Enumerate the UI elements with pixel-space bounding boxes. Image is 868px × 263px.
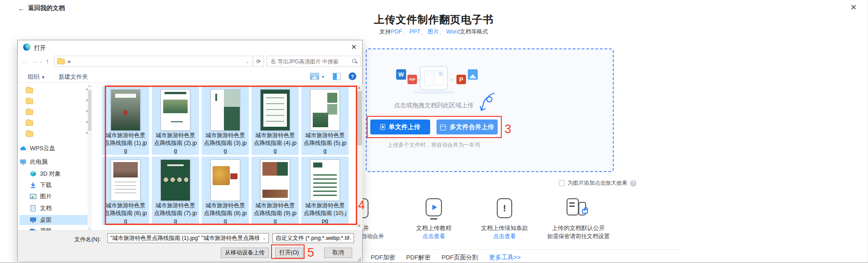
annotation-box-step5 [271,244,305,259]
sidebar-item-this-pc[interactable]: 此电脑 [19,157,92,167]
preview-pane-icon[interactable] [333,73,341,80]
folder-icon [26,131,33,137]
info-icon[interactable]: ? [630,180,636,186]
sidebar-scrollbar[interactable]: ⌃ ⌄ [87,85,92,230]
page-close-icon[interactable]: ✕ [850,3,857,12]
zoom-checkbox[interactable] [559,180,565,186]
sidebar-label: WPS云盘 [30,144,55,153]
play-icon [432,205,437,210]
subtitle-prefix: 支持 [379,29,391,35]
terms-exclamation-icon: ! [497,198,512,218]
nav-back-icon[interactable]: ← [21,57,28,65]
dialog-search-input[interactable] [267,56,360,67]
organize-chevron-icon: ▼ [41,75,45,80]
folder-icon [26,88,33,93]
thumbnail-view-icon[interactable] [310,73,319,80]
cube-icon [29,170,37,177]
nav-history-chevron-icon[interactable]: ⌄ [39,59,43,63]
folder-icon [26,120,33,126]
pdf-file-icon: PDF [407,75,417,84]
breadcrumb-chevron-icon[interactable]: ⌄ [246,59,249,64]
zoom-checkbox-label: 为图片添加点击放大效果 [567,179,627,187]
sidebar-item-3d-objects[interactable]: 3D 对象 [19,169,92,179]
mobile-upload-button[interactable]: 从移动设备上传 [221,248,269,258]
scroll-down-icon[interactable]: ⌄ [88,226,91,230]
subtitle-formats: PDF、 PPT、 图片、 Word [391,29,460,35]
address-breadcrumb[interactable]: « ⌄ [54,56,252,67]
multi-file-merge-upload-button[interactable]: 多文件合并上传 [436,120,498,134]
privacy-doc-icon [567,198,579,215]
privacy-line1: 上传的文档默认公开 [524,224,633,232]
hand-drawn-cursor-doodle [476,92,498,116]
scroll-down-icon[interactable]: ∨ [358,223,361,228]
annotation-number-3: 3 [504,122,511,136]
sidebar-folder[interactable] [19,129,92,139]
scroll-up-icon[interactable]: ∧ [358,86,361,90]
annotation-number-4: 4 [358,198,365,212]
merge-hint-text: 上传多个文件时，将自动合并为一本书 [366,141,502,149]
tool-pdf-split[interactable]: PDF页面分割 [441,253,478,262]
zoom-option-row: 为图片添加点击放大效果 ? [559,179,636,187]
sidebar-item-documents[interactable]: 文档 [19,203,92,213]
ppt-file-icon: P [456,75,466,84]
sidebar-label: 此电脑 [30,158,48,166]
nav-forward-icon[interactable]: → [31,57,38,65]
back-to-my-docs-link[interactable]: ← 返回我的文档 [18,4,65,12]
single-file-upload-button[interactable]: 单文件上传 [370,120,430,134]
dialog-titlebar[interactable]: 打开 ✕ [18,40,362,54]
sidebar-item-desktop[interactable]: 桌面 [19,215,92,225]
single-file-upload-label: 单文件上传 [389,123,421,131]
cloud-icon [19,145,27,152]
filetype-chevron-icon[interactable]: ⌄ [349,236,352,240]
scroll-up-icon[interactable]: ⌃ [88,85,91,89]
back-arrow-icon: ← [18,5,25,12]
tool-pdf-decrypt[interactable]: PDF解密 [406,253,431,262]
cancel-button[interactable]: 取消 [324,248,352,258]
edge-browser-icon [23,43,30,51]
breadcrumb-text: « [68,58,71,65]
filetype-select[interactable]: 自定义文件 (*.png;*.webp;*.tif [272,233,354,243]
filename-chevron-icon[interactable]: ⌄ [262,236,266,240]
sidebar-label: 图片 [40,192,52,201]
new-folder-button[interactable]: 新建文件夹 [58,73,88,81]
view-options-chevron-icon[interactable]: ▼ [321,75,325,79]
sidebar-label: 下载 [40,181,52,189]
lock-icon [582,209,588,214]
help-icon[interactable]: ? [349,72,356,80]
sidebar-label: 3D 对象 [40,170,61,178]
folder-icon [26,99,33,104]
sidebar-folder[interactable] [19,96,92,106]
dialog-close-icon[interactable]: ✕ [351,43,357,51]
picture-icon [29,193,37,200]
back-label: 返回我的文档 [28,4,65,12]
sidebar-item-pictures[interactable]: 图片 [19,191,92,201]
tool-pdf-encrypt[interactable]: PDF加密 [371,253,395,262]
flipbook-laptop-illustration [420,66,448,90]
more-tools-link[interactable]: 更多工具>> [489,253,521,262]
nav-up-icon[interactable]: ↑ [46,57,49,65]
sidebar-folder[interactable] [19,107,92,117]
scrollbar-thumb[interactable] [357,91,362,145]
organize-menu[interactable]: 组织 ▼ [28,73,45,81]
folder-icon [26,110,33,115]
subtitle-suffix: 文档等格式 [460,29,488,35]
privacy-line2: 如需保密请前往文档设置 [524,233,633,240]
resize-grip[interactable] [357,256,361,260]
filename-input[interactable] [107,233,269,243]
computer-icon [19,158,27,166]
sidebar-label: 文档 [40,204,52,212]
merge-feature-title-fragment: 并 [363,224,369,232]
chevron-left-icon: ◂ [450,77,452,82]
sidebar-folder[interactable] [19,86,92,96]
monitor-stand [430,218,437,220]
annotation-box-step4 [105,86,357,225]
annotation-number-5: 5 [307,246,314,260]
sidebar-item-downloads[interactable]: 下载 [19,180,92,190]
merge-files-icon [440,124,446,130]
dialog-search-box [267,56,361,67]
organize-label: 组织 [28,73,39,80]
sidebar-item-wps-cloud[interactable]: WPS云盘 [19,143,92,153]
scrollbar-thumb[interactable] [88,90,92,131]
sidebar-folder[interactable] [19,118,92,128]
refresh-button[interactable]: ⟳ [253,56,264,67]
